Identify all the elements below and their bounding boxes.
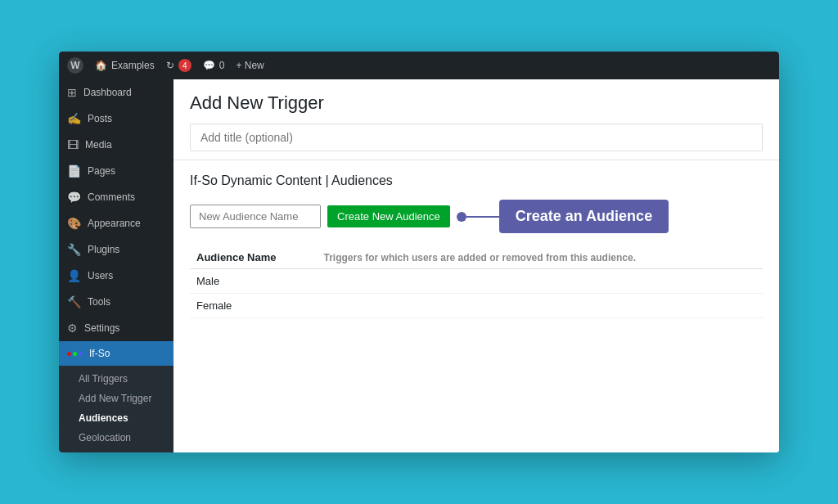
site-name-label: Examples: [111, 60, 155, 71]
browser-window: W 🏠 Examples ↻ 4 💬 0 + New ⊞ Dashboard ✍: [59, 52, 779, 452]
tools-icon: 🔨: [67, 295, 81, 308]
audiences-label: Audiences: [79, 412, 128, 424]
sidebar-item-posts-label: Posts: [88, 113, 112, 124]
add-new-label: + New: [236, 60, 264, 71]
main-layout: ⊞ Dashboard ✍ Posts 🎞 Media 📄 Pages 💬 Co…: [59, 79, 779, 452]
page-title: Add New Trigger: [190, 92, 763, 114]
ifso-icon: [67, 352, 83, 356]
table-row: Female: [190, 294, 763, 318]
wp-logo-icon: W: [67, 57, 83, 74]
add-new-trigger-label: Add New Trigger: [79, 393, 151, 404]
callout-box: Create an Audience: [499, 200, 669, 233]
audience-controls: Create New Audience Create an Audience: [190, 200, 763, 233]
new-audience-input[interactable]: [190, 205, 321, 228]
callout-line: [466, 216, 499, 218]
updates-icon: ↻: [166, 60, 174, 71]
audience-name-cell: Male: [190, 269, 318, 294]
posts-icon: ✍: [67, 112, 81, 125]
sidebar-item-comments[interactable]: 💬 Comments: [59, 184, 173, 210]
table-header-row: Audience Name Triggers for which users a…: [190, 246, 763, 269]
sidebar-item-settings-label: Settings: [84, 322, 119, 334]
sidebar-item-tools-label: Tools: [88, 296, 110, 308]
create-new-audience-button[interactable]: Create New Audience: [327, 205, 450, 227]
callout-arrow: Create an Audience: [457, 200, 669, 233]
audience-name-cell: Female: [190, 294, 318, 318]
geolocation-label: Geolocation: [79, 432, 131, 443]
sidebar-item-pages[interactable]: 📄 Pages: [59, 158, 173, 184]
plugins-icon: 🔧: [67, 243, 81, 256]
settings-sub-label: Settings: [79, 452, 114, 452]
sidebar-item-settings[interactable]: ⚙ Settings: [59, 315, 173, 341]
content-area: Add New Trigger If-So Dynamic Content | …: [173, 79, 779, 452]
sidebar-item-tools[interactable]: 🔨 Tools: [59, 289, 173, 315]
section-title: If-So Dynamic Content | Audiences: [190, 173, 763, 188]
callout-label: Create an Audience: [516, 208, 652, 224]
table-row: Male: [190, 269, 763, 294]
audience-triggers-cell: [318, 294, 763, 318]
sidebar-item-dashboard[interactable]: ⊞ Dashboard: [59, 79, 173, 106]
add-new-button[interactable]: + New: [236, 60, 264, 71]
comments-icon: 💬: [203, 60, 215, 71]
pages-icon: 📄: [67, 164, 81, 178]
col-header-name: Audience Name: [190, 246, 318, 269]
title-input[interactable]: [190, 124, 763, 151]
callout-dot: [457, 212, 466, 222]
sidebar-item-posts[interactable]: ✍ Posts: [59, 106, 173, 132]
sidebar-item-pages-label: Pages: [88, 165, 115, 177]
wp-logo-button[interactable]: W: [67, 57, 83, 74]
sidebar: ⊞ Dashboard ✍ Posts 🎞 Media 📄 Pages 💬 Co…: [59, 79, 173, 452]
comments-nav-icon: 💬: [67, 191, 81, 204]
sidebar-item-ifso[interactable]: If-So: [59, 341, 173, 366]
comments-count: 0: [219, 60, 225, 71]
users-icon: 👤: [67, 269, 81, 282]
sidebar-item-plugins[interactable]: 🔧 Plugins: [59, 236, 173, 263]
submenu-settings[interactable]: Settings: [59, 448, 173, 452]
sidebar-item-users-label: Users: [88, 270, 113, 281]
sidebar-item-appearance-label: Appearance: [88, 218, 141, 229]
settings-icon: ⚙: [67, 322, 78, 335]
admin-bar: W 🏠 Examples ↻ 4 💬 0 + New: [59, 52, 779, 79]
submenu-all-triggers[interactable]: All Triggers: [59, 369, 173, 389]
submenu-audiences[interactable]: Audiences: [59, 408, 173, 428]
site-name-button[interactable]: 🏠 Examples: [95, 60, 155, 71]
comments-button[interactable]: 💬 0: [203, 60, 225, 71]
ifso-submenu: All Triggers Add New Trigger Audiences G…: [59, 366, 173, 452]
content-body: If-So Dynamic Content | Audiences Create…: [173, 160, 779, 452]
home-icon: 🏠: [95, 60, 107, 71]
submenu-geolocation[interactable]: Geolocation: [59, 428, 173, 448]
sidebar-item-comments-label: Comments: [88, 191, 135, 203]
sidebar-item-dashboard-label: Dashboard: [83, 87, 132, 98]
audience-triggers-cell: [318, 269, 763, 294]
content-header: Add New Trigger: [173, 79, 779, 160]
dashboard-icon: ⊞: [67, 86, 77, 99]
sidebar-item-plugins-label: Plugins: [88, 244, 119, 255]
submenu-add-new-trigger[interactable]: Add New Trigger: [59, 389, 173, 408]
sidebar-item-users[interactable]: 👤 Users: [59, 263, 173, 289]
sidebar-item-appearance[interactable]: 🎨 Appearance: [59, 210, 173, 236]
audience-table: Audience Name Triggers for which users a…: [190, 246, 763, 318]
updates-button[interactable]: ↻ 4: [166, 59, 191, 72]
col-header-triggers: Triggers for which users are added or re…: [318, 246, 763, 269]
sidebar-item-ifso-label: If-So: [89, 348, 110, 359]
updates-count: 4: [178, 59, 191, 72]
media-icon: 🎞: [67, 138, 79, 151]
appearance-icon: 🎨: [67, 217, 81, 230]
sidebar-item-media[interactable]: 🎞 Media: [59, 132, 173, 158]
all-triggers-label: All Triggers: [79, 373, 128, 385]
sidebar-item-media-label: Media: [85, 139, 112, 151]
